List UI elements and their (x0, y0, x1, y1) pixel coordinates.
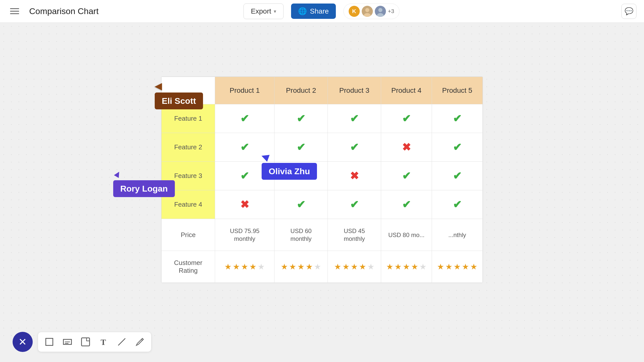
tooltip-olivia-zhu: ◀ Olivia Zhu (262, 151, 317, 180)
cross-icon: ✖ (240, 199, 249, 210)
document-title: Comparison Chart (29, 6, 236, 16)
cell-f2-p3: ✔ (328, 133, 381, 162)
cell-f4-p4: ✔ (381, 190, 432, 219)
cell-f4-p2: ✔ (274, 190, 328, 219)
line-tool[interactable] (115, 336, 128, 348)
cell-f1-p3: ✔ (328, 104, 381, 133)
check-icon: ✔ (240, 141, 249, 153)
cell-price-p5: ...nthly (432, 219, 482, 251)
text-frame-tool[interactable] (61, 336, 74, 348)
check-icon: ✔ (453, 141, 462, 153)
avatar-group[interactable]: K +3 (343, 4, 399, 19)
table-header-row: Product 1 Product 2 Product 3 Product 4 … (162, 77, 483, 104)
svg-text:T: T (101, 338, 106, 346)
star-icon: ★ (386, 262, 393, 272)
cross-icon: ✖ (350, 170, 359, 182)
star-rating: ★ ★ ★ ★ ★ (279, 262, 323, 272)
star-icon: ★ (445, 262, 453, 272)
table-row: Feature 1 ✔ ✔ ✔ ✔ ✔ (162, 104, 483, 133)
table-row: Feature 3 ✔ ✔ ✖ ✔ ✔ (162, 162, 483, 190)
star-icon: ★ (394, 262, 402, 272)
export-chevron-icon: ▾ (274, 8, 276, 14)
cell-price-p3: USD 45 monthly (328, 219, 381, 251)
avatar-count: +3 (388, 8, 394, 15)
cell-rating-p3: ★ ★ ★ ★ ★ (328, 251, 381, 283)
table-header-product5: Product 5 (432, 77, 482, 104)
star-icon: ★ (289, 262, 296, 272)
svg-line-12 (118, 338, 125, 345)
close-icon: ✕ (18, 336, 27, 348)
close-button[interactable]: ✕ (13, 332, 33, 352)
cell-rating-p2: ★ ★ ★ ★ ★ (274, 251, 328, 283)
star-rating: ★ ★ ★ ★ ★ (220, 262, 269, 272)
cell-f1-p1: ✔ (215, 104, 274, 133)
check-icon: ✔ (240, 170, 249, 182)
cell-price-p1: USD 75.95 monthly (215, 219, 274, 251)
tooltip-eli-scott: ▶ Eli Scott (155, 80, 203, 109)
rectangle-tool[interactable] (43, 336, 56, 348)
cell-f3-p4: ✔ (381, 162, 432, 190)
star-icon: ★ (334, 262, 341, 272)
table-header-product1: Product 1 (215, 77, 274, 104)
cell-f1-p4: ✔ (381, 104, 432, 133)
check-icon: ✔ (297, 113, 305, 124)
text-tool[interactable]: T (97, 336, 110, 348)
cell-price-p2: USD 60 monthly (274, 219, 328, 251)
tooltip-olivia-label: Olivia Zhu (262, 163, 317, 180)
check-icon: ✔ (402, 170, 411, 182)
check-icon: ✔ (240, 113, 249, 124)
table-header-product3: Product 3 (328, 77, 381, 104)
check-icon: ✔ (297, 199, 305, 210)
tooltip-eli-label: Eli Scott (155, 93, 203, 109)
cell-f3-p5: ✔ (432, 162, 482, 190)
row-label: Feature 2 (162, 133, 215, 162)
export-label: Export (251, 7, 271, 15)
share-button[interactable]: 🌐 Share (291, 4, 336, 19)
cell-rating-p5: ★ ★ ★ ★ ★ (432, 251, 482, 283)
sticky-note-tool[interactable] (79, 336, 92, 348)
check-icon: ✔ (402, 113, 411, 124)
row-label: Customer Rating (162, 251, 215, 283)
star-icon: ★ (403, 262, 410, 272)
cell-f2-p5: ✔ (432, 133, 482, 162)
star-icon: ★ (342, 262, 350, 272)
cell-rating-p4: ★ ★ ★ ★ ★ (381, 251, 432, 283)
star-icon: ★ (224, 262, 232, 272)
star-icon: ★ (351, 262, 358, 272)
star-icon: ★ (258, 262, 265, 272)
pen-tool[interactable] (134, 336, 146, 348)
star-icon: ★ (437, 262, 444, 272)
star-icon: ★ (249, 262, 257, 272)
cursor-pointer-icon: ◀ (260, 150, 270, 163)
tooltip-rory-label: Rory Logan (113, 180, 175, 197)
svg-point-4 (378, 8, 382, 12)
cell-price-p4: USD 80 mo... (381, 219, 432, 251)
check-icon: ✔ (453, 170, 462, 182)
table-header-product4: Product 4 (381, 77, 432, 104)
share-globe-icon: 🌐 (298, 7, 307, 15)
star-icon: ★ (306, 262, 313, 272)
comment-button[interactable]: 💬 (621, 4, 636, 19)
bottom-toolbar: ✕ T (13, 332, 151, 352)
cell-f3-p3: ✖ (328, 162, 381, 190)
star-icon: ★ (454, 262, 461, 272)
comparison-table: Product 1 Product 2 Product 3 Product 4 … (161, 76, 483, 283)
star-icon: ★ (241, 262, 248, 272)
check-icon: ✔ (350, 113, 359, 124)
cursor-pointer-icon: ▲ (111, 167, 125, 181)
star-icon: ★ (470, 262, 477, 272)
table-row: Feature 2 ✔ ✔ ✔ ✖ ✔ (162, 133, 483, 162)
export-button[interactable]: Export ▾ (244, 4, 284, 19)
star-icon: ★ (462, 262, 469, 272)
star-icon: ★ (297, 262, 305, 272)
table-row: Feature 4 ✖ ✔ ✔ ✔ ✔ (162, 190, 483, 219)
star-icon: ★ (233, 262, 240, 272)
cursor-pointer-icon: ▶ (155, 80, 162, 92)
check-icon: ✔ (350, 199, 359, 210)
cell-f1-p5: ✔ (432, 104, 482, 133)
menu-icon[interactable] (8, 6, 22, 17)
tooltip-rory-logan: ▲ Rory Logan (113, 168, 175, 197)
cell-f4-p1: ✖ (215, 190, 274, 219)
avatar-k: K (349, 6, 360, 17)
avatar-a (362, 6, 373, 17)
